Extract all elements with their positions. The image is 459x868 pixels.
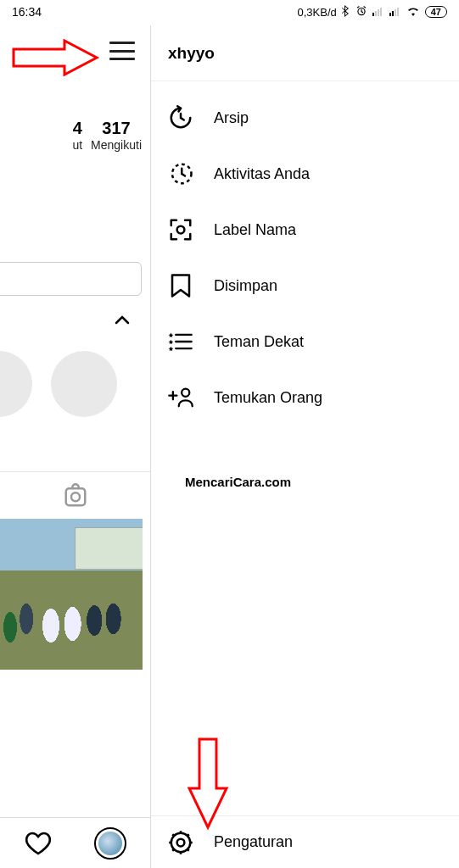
story-highlights bbox=[0, 351, 150, 417]
bottom-nav bbox=[0, 817, 151, 868]
heart-icon[interactable] bbox=[25, 831, 52, 856]
svg-rect-6 bbox=[392, 11, 394, 16]
svg-point-13 bbox=[182, 389, 189, 397]
stat-following[interactable]: 317 Mengikuti bbox=[91, 119, 142, 152]
chevron-up-icon[interactable] bbox=[0, 296, 150, 329]
battery-level: 47 bbox=[425, 6, 447, 18]
menu-label: Arsip bbox=[214, 109, 249, 127]
menu-label: Teman Dekat bbox=[214, 333, 304, 351]
stat-num: 317 bbox=[91, 119, 142, 138]
alarm-icon bbox=[355, 5, 367, 19]
svg-rect-8 bbox=[397, 8, 399, 16]
drawer-menu: Arsip Aktivitas Anda Label Nama Disimpan bbox=[151, 81, 459, 426]
gear-icon bbox=[166, 828, 195, 857]
activity-icon bbox=[166, 159, 195, 188]
menu-saved[interactable]: Disimpan bbox=[166, 258, 459, 314]
svg-point-15 bbox=[177, 838, 185, 846]
story-circle[interactable] bbox=[51, 351, 117, 417]
menu-discover-people[interactable]: Temukan Orang bbox=[166, 370, 459, 426]
menu-label: Label Nama bbox=[214, 221, 296, 239]
stat-followers[interactable]: 4 ut bbox=[72, 119, 82, 152]
story-circle[interactable] bbox=[0, 351, 32, 417]
svg-point-12 bbox=[177, 226, 185, 234]
nametag-icon bbox=[166, 215, 195, 244]
edit-profile-button[interactable] bbox=[0, 262, 142, 296]
status-data-rate: 0,3KB/d bbox=[297, 6, 336, 19]
stat-label: Mengikuti bbox=[91, 138, 142, 152]
svg-point-10 bbox=[71, 492, 80, 501]
menu-archive[interactable]: Arsip bbox=[166, 90, 459, 146]
hamburger-icon[interactable] bbox=[109, 42, 135, 60]
side-drawer: xhyyo Arsip Aktivitas Anda Label Nama Di… bbox=[151, 25, 459, 868]
svg-rect-7 bbox=[395, 9, 396, 16]
signal1-icon bbox=[372, 6, 384, 19]
drawer-username: xhyyo bbox=[151, 25, 459, 81]
archive-icon bbox=[166, 103, 195, 132]
profile-header bbox=[0, 25, 150, 76]
grid-photo[interactable] bbox=[0, 519, 143, 670]
menu-your-activity[interactable]: Aktivitas Anda bbox=[166, 146, 459, 202]
menu-label: Aktivitas Anda bbox=[214, 165, 310, 183]
menu-label: Disimpan bbox=[214, 277, 277, 295]
bluetooth-icon bbox=[342, 5, 350, 19]
menu-label: Temukan Orang bbox=[214, 389, 322, 407]
svg-rect-4 bbox=[380, 8, 382, 16]
svg-rect-9 bbox=[65, 488, 85, 505]
profile-tab-tagged[interactable] bbox=[0, 471, 150, 519]
stat-label: ut bbox=[72, 138, 82, 152]
profile-stats: 4 ut 317 Mengikuti bbox=[0, 119, 150, 152]
menu-nametag[interactable]: Label Nama bbox=[166, 202, 459, 258]
signal2-icon bbox=[389, 6, 401, 19]
settings-label: Pengaturan bbox=[214, 833, 293, 851]
svg-rect-2 bbox=[375, 11, 377, 16]
stat-num: 4 bbox=[72, 119, 82, 138]
menu-settings[interactable]: Pengaturan bbox=[151, 815, 459, 868]
status-right: 0,3KB/d 47 bbox=[297, 5, 447, 19]
watermark-text: MencariCara.com bbox=[185, 475, 291, 489]
close-friends-icon bbox=[166, 327, 195, 356]
svg-rect-5 bbox=[389, 13, 391, 16]
svg-rect-1 bbox=[372, 13, 374, 16]
svg-rect-3 bbox=[378, 9, 379, 16]
menu-close-friends[interactable]: Teman Dekat bbox=[166, 314, 459, 370]
wifi-icon bbox=[406, 6, 420, 19]
discover-people-icon bbox=[166, 383, 195, 412]
profile-pane: 4 ut 317 Mengikuti bbox=[0, 25, 151, 868]
saved-icon bbox=[166, 271, 195, 300]
profile-avatar-nav[interactable] bbox=[94, 827, 126, 860]
status-time: 16:34 bbox=[12, 5, 42, 19]
status-bar: 16:34 0,3KB/d 47 bbox=[0, 0, 459, 24]
